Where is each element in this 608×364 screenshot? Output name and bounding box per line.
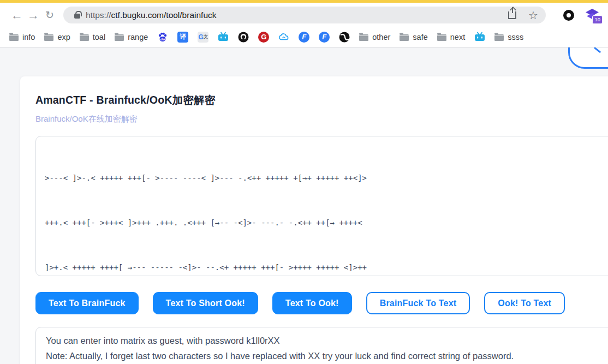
svg-text:du: du — [160, 37, 165, 41]
bookmark-folder-safe[interactable]: safe — [398, 33, 429, 41]
translate-icon: 译 — [177, 32, 188, 43]
result-line: Note: Actually, I forget last two charac… — [46, 349, 608, 364]
bookmark-label: exp — [57, 33, 70, 41]
browser-toolbar: ← → ↻ https://ctf.bugku.com/tool/brainfu… — [0, 3, 608, 27]
folder-icon — [437, 34, 446, 41]
text-to-ook-button[interactable]: Text To Ook! — [272, 292, 352, 314]
bookmark-star-icon[interactable]: ☆ — [528, 10, 538, 21]
url-scheme: https:// — [86, 10, 111, 20]
share-icon[interactable] — [508, 11, 516, 19]
bookmark-google-translate[interactable]: G文 — [196, 32, 210, 43]
bookmark-cloud[interactable] — [277, 32, 291, 43]
bookmark-label: ssss — [508, 33, 523, 41]
globe-icon — [339, 32, 350, 43]
code-line: >---< ]>-.< +++++ +++[- >---- ----< ]>--… — [45, 171, 608, 186]
bookmark-globe[interactable] — [337, 32, 351, 43]
action-buttons-row: Text To BrainFuck Text To Short Ook! Tex… — [35, 292, 608, 314]
cloud-icon — [278, 32, 289, 43]
bookmark-label: toal — [93, 33, 105, 41]
forward-button[interactable]: → — [25, 8, 41, 22]
web-page: AmanCTF - Brainfuck/OoK加密解密 Brainfuck/Oo… — [0, 47, 608, 364]
folder-icon — [494, 34, 504, 41]
bookmark-folder-info[interactable]: info — [8, 33, 37, 41]
bookmark-freebuf-1[interactable]: F — [297, 32, 311, 43]
brainfuck-to-text-button[interactable]: BrainFuck To Text — [366, 292, 470, 314]
f-circle-icon: F — [319, 32, 330, 43]
bookmark-label: next — [450, 33, 465, 41]
folder-icon — [115, 34, 124, 41]
bookmark-folder-range[interactable]: range — [113, 33, 150, 41]
floating-search-widget[interactable] — [568, 47, 608, 69]
address-bar[interactable]: https://ctf.bugku.com/tool/brainfuck ☆ — [63, 7, 546, 23]
baidu-paw-icon: du — [157, 32, 168, 43]
text-to-brainfuck-button[interactable]: Text To BrainFuck — [35, 292, 139, 314]
folder-icon — [44, 34, 53, 41]
bookmark-github[interactable] — [236, 32, 251, 43]
bookmark-baidu[interactable]: du — [156, 32, 170, 43]
url-text[interactable]: https://ctf.bugku.com/tool/brainfuck — [86, 10, 217, 20]
url-host-path: ctf.bugku.com/tool/brainfuck — [111, 10, 217, 20]
purple-extension-icon[interactable]: 10 — [585, 9, 599, 22]
bookmark-folder-other[interactable]: other — [357, 33, 392, 41]
code-line: ]>+.< +++++ ++++[ →--- ----- -<]>- --.<+… — [45, 260, 608, 275]
bookmark-bilibili-2[interactable] — [473, 32, 487, 43]
extension-badge: 10 — [592, 15, 603, 24]
text-to-short-ook-button[interactable]: Text To Short Ook! — [153, 292, 258, 314]
code-line: +++.< +++[- >+++< ]>+++ .+++. .<+++ [→--… — [45, 216, 608, 230]
bookmark-label: info — [22, 33, 35, 41]
ook-to-text-button[interactable]: Ook! To Text — [484, 292, 565, 314]
bookmark-gitee[interactable]: G — [257, 32, 271, 43]
result-line: You can enter into matrix as guest, with… — [46, 333, 608, 349]
bookmark-folder-toal[interactable]: toal — [78, 33, 107, 41]
bookmark-freebuf-2[interactable]: F — [317, 32, 331, 43]
gitee-icon: G — [258, 32, 269, 43]
back-button[interactable]: ← — [9, 8, 25, 22]
bookmark-folder-ssss[interactable]: ssss — [493, 33, 525, 41]
github-icon — [238, 32, 249, 43]
f-circle-icon: F — [299, 32, 309, 43]
bookmark-label: other — [372, 33, 390, 41]
google-translate-icon: G文 — [198, 32, 208, 43]
page-subtitle: Brainfuck/OoK在线加密解密 — [35, 114, 608, 124]
page-title: AmanCTF - Brainfuck/OoK加密解密 — [35, 93, 608, 108]
bookmark-folder-next[interactable]: next — [436, 33, 467, 41]
folder-icon — [9, 34, 19, 41]
folder-icon — [400, 34, 409, 41]
brainfuck-textarea[interactable]: >---< ]>-.< +++++ +++[- >---- ----< ]>--… — [35, 136, 608, 276]
bookmark-translate[interactable]: 译 — [176, 32, 190, 43]
folder-icon — [359, 34, 368, 41]
bookmark-label: safe — [413, 33, 427, 41]
result-output-box[interactable]: You can enter into matrix as guest, with… — [35, 327, 608, 364]
bookmark-bilibili-1[interactable] — [216, 32, 230, 43]
bilibili-icon — [474, 32, 485, 43]
reload-button[interactable]: ↻ — [41, 9, 58, 21]
browser-chrome: ← → ↻ https://ctf.bugku.com/tool/brainfu… — [0, 0, 608, 47]
bookmark-folder-exp[interactable]: exp — [43, 33, 71, 41]
extensions-area: 10 — [563, 9, 599, 22]
bilibili-icon — [218, 32, 229, 43]
folder-icon — [80, 34, 89, 41]
tool-card: AmanCTF - Brainfuck/OoK加密解密 Brainfuck/Oo… — [20, 76, 608, 364]
dark-reader-extension-icon[interactable] — [563, 10, 574, 21]
lock-icon[interactable] — [74, 14, 80, 19]
bookmarks-bar: info exp toal range du 译 G文 — [0, 27, 608, 46]
bookmark-label: range — [128, 33, 148, 41]
